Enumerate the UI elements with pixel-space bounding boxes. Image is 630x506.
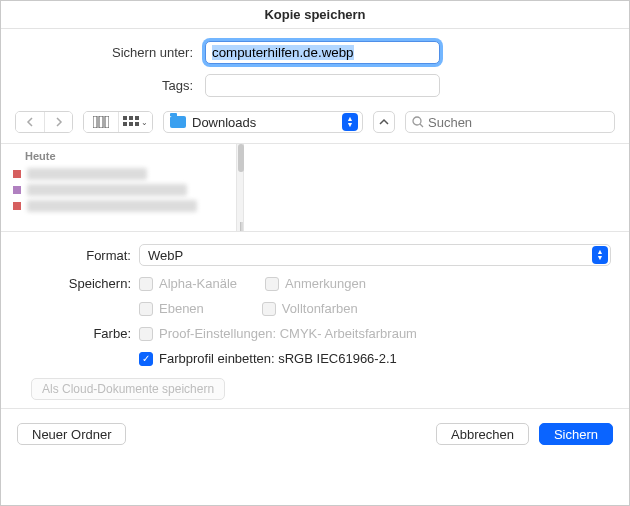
svg-rect-5 <box>135 116 139 120</box>
search-icon <box>412 116 424 128</box>
save-options: Format: WebP ▲▼ Speichern: Alpha-Kanäle … <box>1 232 629 408</box>
view-mode-segment: ⌄ <box>83 111 153 133</box>
svg-rect-8 <box>135 122 139 126</box>
format-value: WebP <box>148 248 183 263</box>
svg-line-10 <box>420 124 423 127</box>
svg-point-9 <box>413 117 421 125</box>
color-label: Farbe: <box>19 326 139 341</box>
file-browser: Heute ‖ <box>1 144 629 232</box>
window-titlebar: Kopie speichern <box>1 1 629 29</box>
checkbox-icon <box>262 302 276 316</box>
chevron-left-icon <box>26 117 34 127</box>
dialog-footer: Neuer Ordner Abbrechen Sichern <box>1 408 629 459</box>
layers-checkbox: Ebenen <box>139 301 204 316</box>
checkbox-icon <box>139 277 153 291</box>
chevron-right-icon <box>55 117 63 127</box>
section-header: Heute <box>1 144 236 166</box>
updown-arrows-icon: ▲▼ <box>342 113 358 131</box>
annotations-checkbox: Anmerkungen <box>265 276 366 291</box>
columns-icon <box>93 116 109 128</box>
format-select[interactable]: WebP ▲▼ <box>139 244 611 266</box>
finder-toolbar: ⌄ Downloads ▲▼ <box>1 107 629 144</box>
columns-view-button[interactable] <box>84 112 118 132</box>
svg-rect-7 <box>129 122 133 126</box>
column-scrollbar[interactable]: ‖ <box>236 144 244 231</box>
alpha-channels-checkbox: Alpha-Kanäle <box>139 276 237 291</box>
new-folder-button[interactable]: Neuer Ordner <box>17 423 126 445</box>
cancel-button[interactable]: Abbrechen <box>436 423 529 445</box>
list-item[interactable] <box>1 198 236 214</box>
tags-input[interactable] <box>205 74 440 97</box>
save-opts-label: Speichern: <box>19 276 139 291</box>
embed-profile-checkbox[interactable]: ✓Farbprofil einbetten: sRGB IEC61966-2.1 <box>139 351 397 366</box>
group-button[interactable]: ⌄ <box>118 112 152 132</box>
svg-rect-0 <box>93 116 97 128</box>
checkbox-checked-icon: ✓ <box>139 352 153 366</box>
column-resize-handle[interactable]: ‖ <box>237 221 245 231</box>
folder-icon <box>170 116 186 128</box>
nav-back-forward <box>15 111 73 133</box>
filename-input[interactable] <box>205 41 440 64</box>
save-button[interactable]: Sichern <box>539 423 613 445</box>
list-item[interactable] <box>1 182 236 198</box>
checkbox-icon <box>139 327 153 341</box>
tags-label: Tags: <box>15 78 205 93</box>
location-name: Downloads <box>192 115 336 130</box>
list-item[interactable] <box>1 166 236 182</box>
proof-setup-checkbox: Proof-Einstellungen: CMYK- Arbeitsfarbra… <box>139 326 417 341</box>
search-input[interactable] <box>428 115 608 130</box>
svg-rect-1 <box>99 116 103 128</box>
format-label: Format: <box>19 248 139 263</box>
collapse-button[interactable] <box>373 111 395 133</box>
search-field-wrap <box>405 111 615 133</box>
browser-column-empty <box>244 144 629 231</box>
updown-arrows-icon: ▲▼ <box>592 246 608 264</box>
window-title: Kopie speichern <box>264 7 365 22</box>
cloud-save-button: Als Cloud-Dokumente speichern <box>31 378 225 400</box>
browser-column[interactable]: Heute <box>1 144 236 231</box>
chevron-up-icon <box>379 118 389 126</box>
checkbox-icon <box>139 302 153 316</box>
svg-rect-4 <box>129 116 133 120</box>
checkbox-icon <box>265 277 279 291</box>
svg-rect-6 <box>123 122 127 126</box>
grid-icon <box>123 116 139 128</box>
back-button[interactable] <box>16 112 44 132</box>
svg-rect-3 <box>123 116 127 120</box>
svg-rect-2 <box>105 116 109 128</box>
spot-colors-checkbox: Volltonfarben <box>262 301 358 316</box>
location-select[interactable]: Downloads ▲▼ <box>163 111 363 133</box>
scrollbar-thumb[interactable] <box>238 144 244 172</box>
forward-button[interactable] <box>44 112 72 132</box>
save-as-label: Sichern unter: <box>15 45 205 60</box>
